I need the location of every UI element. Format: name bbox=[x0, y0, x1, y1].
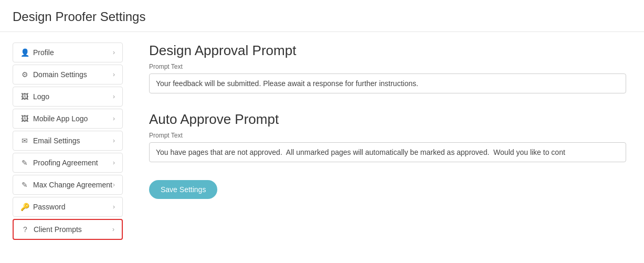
mobile-app-logo-icon: 🖼 bbox=[20, 114, 29, 123]
sidebar-label-password: Password bbox=[33, 203, 65, 211]
sidebar-item-max-change-agreement[interactable]: ✎Max Change Agreement› bbox=[13, 175, 123, 195]
client-prompts-icon: ? bbox=[21, 225, 29, 234]
sidebar-item-profile[interactable]: 👤Profile› bbox=[13, 43, 123, 62]
chevron-icon-email-settings: › bbox=[113, 137, 115, 144]
main-content: Design Approval Prompt Prompt Text Auto … bbox=[144, 43, 631, 242]
sidebar-label-proofing-agreement: Proofing Agreement bbox=[33, 159, 98, 167]
sidebar: 👤Profile›⚙Domain Settings›🖼Logo›🖼Mobile … bbox=[13, 43, 123, 242]
sidebar-label-profile: Profile bbox=[33, 48, 54, 57]
sidebar-label-mobile-app-logo: Mobile App Logo bbox=[33, 114, 88, 123]
page-header: Design Proofer Settings bbox=[0, 0, 644, 32]
domain-settings-icon: ⚙ bbox=[20, 70, 29, 79]
save-settings-button[interactable]: Save Settings bbox=[149, 180, 217, 199]
sidebar-label-client-prompts: Client Prompts bbox=[34, 225, 82, 234]
design-approval-title: Design Approval Prompt bbox=[149, 43, 626, 59]
max-change-agreement-icon: ✎ bbox=[20, 181, 29, 189]
chevron-icon-password: › bbox=[113, 203, 115, 211]
page-title: Design Proofer Settings bbox=[13, 9, 631, 24]
page-wrapper: Design Proofer Settings 👤Profile›⚙Domain… bbox=[0, 0, 644, 263]
content-area: 👤Profile›⚙Domain Settings›🖼Logo›🖼Mobile … bbox=[0, 32, 644, 253]
sidebar-item-domain-settings[interactable]: ⚙Domain Settings› bbox=[13, 65, 123, 85]
sidebar-label-domain-settings: Domain Settings bbox=[33, 70, 87, 79]
chevron-icon-logo: › bbox=[113, 93, 115, 100]
sidebar-item-mobile-app-logo[interactable]: 🖼Mobile App Logo› bbox=[13, 109, 123, 129]
chevron-icon-profile: › bbox=[113, 49, 115, 56]
password-icon: 🔑 bbox=[20, 203, 29, 211]
chevron-icon-domain-settings: › bbox=[113, 71, 115, 78]
sidebar-item-logo[interactable]: 🖼Logo› bbox=[13, 87, 123, 107]
auto-approve-prompt-input[interactable] bbox=[149, 142, 626, 162]
sidebar-item-password[interactable]: 🔑Password› bbox=[13, 197, 123, 217]
sidebar-label-email-settings: Email Settings bbox=[33, 136, 80, 145]
profile-icon: 👤 bbox=[20, 48, 29, 57]
sidebar-item-email-settings[interactable]: ✉Email Settings› bbox=[13, 131, 123, 151]
chevron-icon-proofing-agreement: › bbox=[113, 159, 115, 166]
chevron-icon-max-change-agreement: › bbox=[113, 181, 115, 188]
design-approval-prompt-label: Prompt Text bbox=[149, 63, 626, 70]
sidebar-item-client-prompts[interactable]: ?Client Prompts› bbox=[13, 219, 123, 240]
auto-approve-section: Auto Approve Prompt Prompt Text bbox=[149, 111, 626, 175]
sidebar-label-logo: Logo bbox=[33, 92, 49, 101]
chevron-icon-client-prompts: › bbox=[112, 226, 114, 233]
design-approval-section: Design Approval Prompt Prompt Text bbox=[149, 43, 626, 106]
auto-approve-prompt-label: Prompt Text bbox=[149, 132, 626, 139]
auto-approve-title: Auto Approve Prompt bbox=[149, 111, 626, 128]
chevron-icon-mobile-app-logo: › bbox=[113, 115, 115, 122]
proofing-agreement-icon: ✎ bbox=[20, 159, 29, 167]
email-settings-icon: ✉ bbox=[20, 136, 29, 145]
logo-icon: 🖼 bbox=[20, 92, 29, 101]
design-approval-prompt-input[interactable] bbox=[149, 73, 626, 93]
sidebar-label-max-change-agreement: Max Change Agreement bbox=[33, 181, 112, 189]
sidebar-item-proofing-agreement[interactable]: ✎Proofing Agreement› bbox=[13, 153, 123, 173]
